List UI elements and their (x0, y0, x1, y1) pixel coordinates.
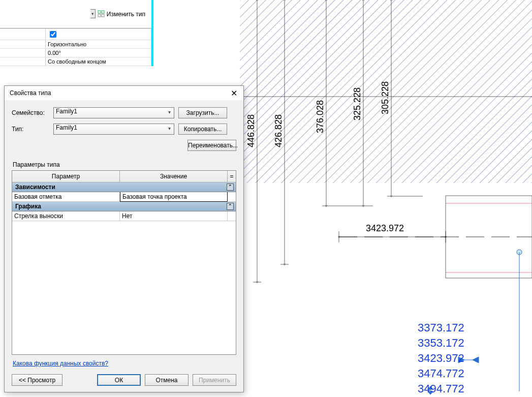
table-row[interactable]: Стрелка выноски Нет (12, 211, 236, 221)
type-properties-dialog: Свойства типа ✕ Семейство: Family1 Загру… (4, 85, 244, 392)
rename-button[interactable]: Переименовать... (187, 140, 236, 151)
svg-rect-2 (98, 14, 101, 17)
properties-header: Изменить тип (0, 0, 151, 28)
svg-rect-3 (102, 14, 104, 17)
family-label: Семейство: (12, 109, 49, 116)
prop-value: 0.00° (46, 49, 151, 57)
table-header: Параметр Значение = (12, 171, 236, 182)
prop-checkbox[interactable] (50, 31, 56, 38)
preview-button[interactable]: << Просмотр (12, 374, 62, 386)
type-select[interactable]: Family1 (53, 124, 174, 135)
dim-text: 426.828 (273, 114, 284, 147)
svg-rect-1 (102, 11, 104, 13)
type-label: Тип: (12, 126, 49, 133)
coord-text[interactable]: 3353.172 (418, 337, 464, 349)
params-table: Параметр Значение = Зависимости ⌃ Базова… (12, 170, 236, 355)
prop-row[interactable] (0, 28, 151, 40)
param-name: Стрелка выноски (12, 211, 120, 221)
col-equals[interactable]: = (228, 171, 236, 182)
col-parameter[interactable]: Параметр (12, 171, 120, 182)
close-icon[interactable]: ✕ (229, 88, 239, 98)
prop-row[interactable]: Со свободным концом (0, 57, 151, 66)
collapse-icon[interactable]: ⌃ (227, 184, 234, 191)
dim-text: 305.228 (380, 81, 390, 114)
dim-text: 376.028 (315, 100, 325, 133)
group-graphics[interactable]: Графика ⌃ (12, 202, 236, 211)
family-select[interactable]: Family1 (53, 107, 174, 118)
svg-rect-0 (98, 11, 101, 13)
group-dependencies[interactable]: Зависимости ⌃ (12, 182, 236, 192)
coord-text[interactable]: 3494.772 (418, 382, 464, 395)
dim-text: 446.828 (246, 114, 256, 147)
coord-text[interactable]: 3423.972 (418, 352, 464, 364)
change-type-label: Изменить тип (107, 11, 145, 18)
col-value[interactable]: Значение (120, 171, 228, 182)
params-label: Параметры типа (13, 161, 236, 168)
param-value[interactable]: Базовая точка проекта (120, 192, 228, 202)
copy-button[interactable]: Копировать... (178, 124, 227, 135)
dim-text: 3423.972 (366, 223, 404, 233)
collapse-icon[interactable]: ⌃ (227, 203, 234, 210)
cancel-button[interactable]: Отмена (145, 374, 189, 386)
prop-row[interactable]: Горизонтально (0, 40, 151, 48)
change-type-button[interactable]: Изменить тип (95, 7, 148, 21)
help-link[interactable]: Какова функция данных свойств? (13, 360, 235, 367)
ok-button[interactable]: ОК (97, 374, 141, 386)
properties-panel: Изменить тип Горизонтально 0.00° Со своб… (0, 0, 153, 66)
coord-text[interactable]: 3373.172 (418, 321, 464, 334)
apply-button: Применить (193, 374, 236, 386)
table-row[interactable]: Базовая отметка Базовая точка проекта (12, 192, 236, 202)
param-name: Базовая отметка (12, 192, 120, 201)
load-button[interactable]: Загрузить... (178, 107, 227, 118)
dim-text: 325.228 (352, 87, 362, 120)
prop-value: Со свободным концом (46, 57, 151, 66)
change-type-icon (98, 10, 105, 19)
dialog-titlebar[interactable]: Свойства типа ✕ (5, 86, 243, 100)
properties-grid: Горизонтально 0.00° Со свободным концом (0, 28, 151, 66)
prop-row[interactable]: 0.00° (0, 48, 151, 57)
dialog-title: Свойства типа (10, 89, 51, 97)
coord-text[interactable]: 3474.772 (418, 367, 464, 380)
param-value[interactable]: Нет (120, 211, 228, 221)
prop-value: Горизонтально (46, 40, 151, 48)
